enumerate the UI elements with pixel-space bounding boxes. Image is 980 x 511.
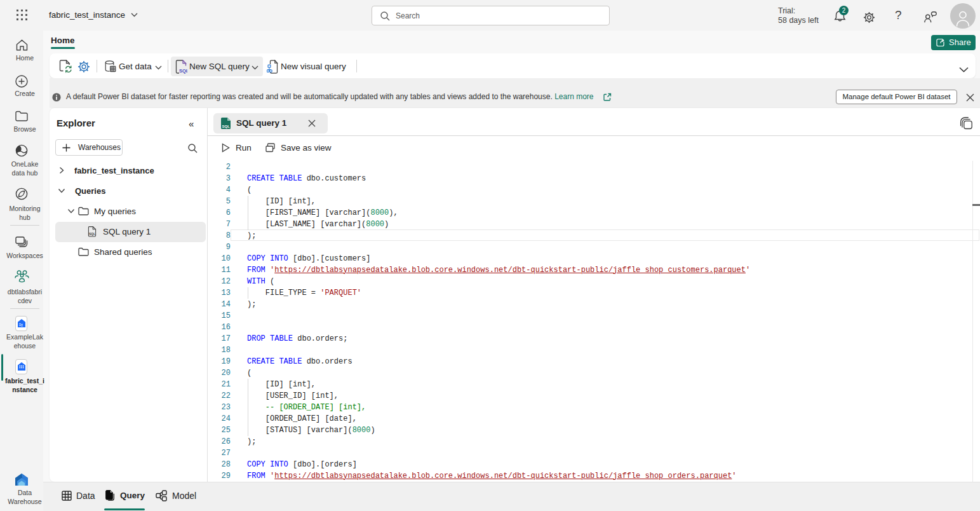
- svg-text:SQL: SQL: [222, 125, 231, 128]
- svg-text:SQL: SQL: [179, 68, 187, 74]
- svg-text:SQL: SQL: [89, 232, 95, 236]
